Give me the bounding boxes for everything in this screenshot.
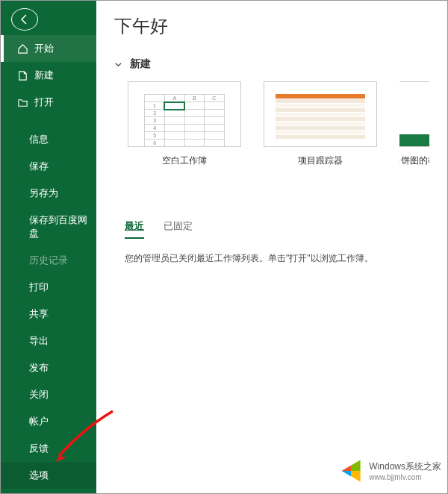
tracker-preview [276, 94, 365, 128]
nav-home[interactable]: 开始 [1, 35, 96, 62]
nav-label: 帐户 [29, 415, 49, 428]
nav-label: 选项 [29, 469, 49, 482]
nav-new[interactable]: 新建 [1, 62, 96, 89]
nav-account[interactable]: 帐户 [1, 408, 96, 435]
nav-label: 反馈 [29, 442, 49, 455]
template-pie-tutorial[interactable]: 实现超越 饼图 超出饼图的教程 [399, 81, 429, 167]
greeting-text: 下午好 [114, 14, 429, 38]
nav-publish[interactable]: 发布 [1, 354, 96, 381]
nav-print[interactable]: 打印 [1, 274, 96, 301]
nav-label: 打印 [29, 281, 49, 294]
template-label: 空白工作簿 [162, 154, 207, 167]
back-arrow-icon [19, 13, 31, 25]
nav-label: 发布 [29, 361, 49, 375]
windows-logo-icon [337, 457, 364, 484]
tab-pinned[interactable]: 已固定 [164, 219, 193, 239]
nav-primary: 开始 新建 打开 [1, 35, 96, 116]
template-thumbnail [264, 81, 377, 147]
nav-info[interactable]: 信息 [1, 126, 96, 153]
template-blank-workbook[interactable]: ABC 1 2 3 4 5 6 7 空白工作簿 [128, 81, 241, 167]
nav-label: 历史记录 [29, 254, 68, 267]
nav-save-as[interactable]: 另存为 [1, 180, 96, 207]
new-icon [17, 70, 28, 81]
recent-tabs: 最近 已固定 [125, 219, 429, 239]
nav-label: 开始 [34, 42, 54, 55]
template-thumbnail: ABC 1 2 3 4 5 6 7 [128, 81, 241, 147]
nav-label: 信息 [29, 133, 49, 146]
template-thumbnail: 实现超越 饼图 [399, 81, 429, 147]
nav-share[interactable]: 共享 [1, 301, 96, 328]
nav-label: 新建 [34, 69, 54, 82]
back-button[interactable] [11, 8, 38, 31]
template-label: 项目跟踪器 [298, 154, 343, 167]
nav-label: 保存到百度网盘 [29, 213, 96, 240]
template-gallery: ABC 1 2 3 4 5 6 7 空白工作簿 [128, 81, 429, 167]
recent-disabled-message: 您的管理员已关闭最近工作簿列表。单击"打开"以浏览工作簿。 [125, 252, 429, 265]
nav-label: 打开 [34, 96, 54, 109]
nav-export[interactable]: 导出 [1, 328, 96, 354]
nav-label: 关闭 [29, 388, 49, 401]
watermark: Windows系统之家 www.bjjmlv.com [337, 457, 441, 484]
nav-save-to-baidu[interactable]: 保存到百度网盘 [1, 207, 96, 247]
open-icon [17, 97, 28, 108]
nav-label: 另存为 [29, 187, 58, 200]
home-icon [17, 43, 28, 54]
nav-label: 导出 [29, 334, 49, 348]
tab-recent[interactable]: 最近 [125, 219, 144, 239]
blank-grid-preview: ABC 1 2 3 4 5 6 7 [144, 94, 224, 147]
nav-label: 保存 [29, 160, 49, 173]
nav-bottom: 帐户 反馈 选项 [1, 408, 96, 489]
nav-save[interactable]: 保存 [1, 153, 96, 180]
template-label: 超出饼图的教程 [399, 154, 429, 167]
nav-open[interactable]: 打开 [1, 89, 96, 116]
section-title: 新建 [130, 57, 151, 71]
template-project-tracker[interactable]: 项目跟踪器 [264, 81, 377, 167]
chevron-down-icon [114, 60, 122, 69]
nav-secondary: 信息 保存 另存为 保存到百度网盘 历史记录 打印 共享 导出 发布 关闭 [1, 126, 96, 408]
nav-close[interactable]: 关闭 [1, 381, 96, 408]
nav-history: 历史记录 [1, 247, 96, 274]
main-content: 下午好 新建 ABC 1 2 3 4 5 6 7 空白工作簿 [96, 1, 447, 493]
nav-label: 共享 [29, 307, 49, 321]
new-section-header[interactable]: 新建 [114, 57, 429, 71]
nav-feedback[interactable]: 反馈 [1, 435, 96, 462]
nav-options[interactable]: 选项 [1, 462, 96, 489]
watermark-text: Windows系统之家 www.bjjmlv.com [369, 460, 441, 481]
backstage-sidebar: 开始 新建 打开 信息 保存 另存为 保存到百度网盘 历史记录 打印 共享 导出… [1, 1, 96, 493]
